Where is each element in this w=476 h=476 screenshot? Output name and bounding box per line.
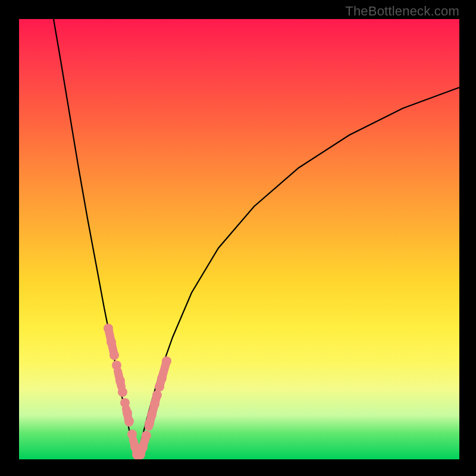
marker-dot <box>147 410 156 419</box>
marker-dot <box>120 398 130 408</box>
attribution-text: TheBottleneck.com <box>345 4 459 19</box>
marker-dots <box>104 324 171 459</box>
marker-dot <box>157 374 167 383</box>
marker-dot <box>104 324 113 333</box>
marker-dot <box>138 443 148 452</box>
chart-svg <box>19 19 459 459</box>
marker-dot <box>123 408 132 418</box>
marker-dot <box>118 387 127 397</box>
marker-dot <box>109 350 119 360</box>
marker-dot <box>145 419 154 428</box>
chart-frame <box>19 19 459 459</box>
marker-dot <box>162 356 171 366</box>
marker-dot <box>150 399 159 409</box>
marker-dot <box>107 337 116 347</box>
marker-dot <box>127 430 137 439</box>
marker-dot <box>152 390 162 400</box>
marker-dot <box>112 361 121 370</box>
marker-dot <box>142 431 151 440</box>
marker-dot <box>155 382 164 392</box>
marker-dot <box>124 416 134 426</box>
marker-dot <box>115 376 125 386</box>
curve-right-branch <box>136 87 459 458</box>
